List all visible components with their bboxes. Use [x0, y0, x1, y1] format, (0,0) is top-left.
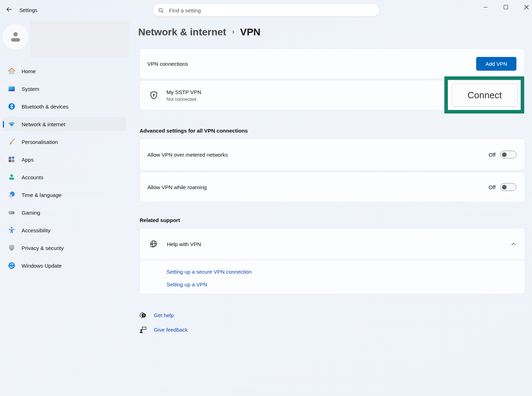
sidebar-item-system[interactable]: System: [3, 82, 126, 96]
vpn-connections-label: VPN connections: [147, 61, 188, 67]
give-feedback-row: Give feedback: [139, 325, 188, 334]
vpn-shield-icon: [149, 91, 159, 100]
minimize-icon: [484, 7, 487, 7]
get-help-icon: ?: [139, 311, 147, 319]
svg-text:?: ?: [143, 313, 145, 317]
sidebar-item-label: Apps: [22, 157, 34, 163]
sidebar-item-label: Home: [22, 68, 36, 74]
help-globe-icon: [149, 239, 158, 249]
time-language-icon: [8, 191, 16, 199]
maximize-icon: [504, 5, 508, 9]
sidebar-item-label: Privacy & security: [22, 245, 64, 251]
roaming-label: Allow VPN while roaming: [147, 184, 207, 190]
close-icon: [524, 5, 529, 10]
sidebar-item-label: Accessibility: [22, 227, 51, 233]
sidebar-item-label: Accounts: [22, 174, 43, 180]
give-feedback-icon: [139, 326, 147, 334]
metered-networks-card: Allow VPN over metered networks Off: [140, 139, 525, 170]
sidebar-item-label: Windows Update: [22, 263, 62, 269]
back-button[interactable]: [3, 4, 15, 16]
sidebar-item-gaming[interactable]: Gaming: [3, 205, 126, 220]
privacy-shield-icon: [8, 244, 16, 252]
search-box[interactable]: [153, 4, 380, 17]
settings-window: Settings Home System Bluetooth & devices: [0, 0, 532, 396]
metered-networks-toggle[interactable]: [500, 151, 516, 158]
sidebar-item-windows-update[interactable]: Windows Update: [3, 258, 126, 273]
sidebar-item-apps[interactable]: Apps: [3, 152, 126, 167]
toggle-knob: [502, 152, 507, 157]
sidebar-item-network-internet[interactable]: Network & internet: [3, 117, 126, 131]
home-icon: [8, 67, 16, 75]
accounts-icon: [8, 173, 16, 181]
roaming-toggle[interactable]: [500, 183, 516, 191]
breadcrumb-chevron-icon: ›: [232, 27, 234, 37]
vpn-connections-card: VPN connections Add VPN: [140, 48, 525, 79]
sidebar-item-label: Bluetooth & devices: [22, 104, 69, 110]
maximize-button[interactable]: [498, 0, 514, 14]
get-help-link[interactable]: Get help: [154, 312, 174, 318]
sidebar-item-time-language[interactable]: Time & language: [3, 188, 126, 202]
network-icon: [8, 120, 16, 128]
close-button[interactable]: [518, 0, 532, 14]
page-title: VPN: [240, 27, 261, 38]
sidebar-item-label: System: [22, 86, 39, 92]
minimize-button[interactable]: [477, 0, 493, 14]
vpn-entry-status: Not connected: [166, 97, 201, 102]
give-feedback-link[interactable]: Give feedback: [154, 327, 188, 333]
apps-icon: [8, 156, 16, 163]
search-input[interactable]: [168, 7, 374, 14]
breadcrumb: Network & internet › VPN: [138, 25, 261, 40]
app-title: Settings: [19, 7, 37, 13]
sidebar-item-accessibility[interactable]: Accessibility: [3, 223, 126, 237]
connect-button[interactable]: Connect: [452, 83, 518, 107]
roaming-card: Allow VPN while roaming Off: [140, 172, 525, 202]
add-vpn-button[interactable]: Add VPN: [476, 57, 516, 71]
titlebar: Settings: [0, 0, 532, 20]
get-help-row: ? Get help: [139, 311, 174, 319]
metered-networks-label: Allow VPN over metered networks: [147, 152, 228, 158]
link-setting-up-secure-vpn[interactable]: Setting up a secure VPN connection: [166, 268, 252, 275]
sidebar-item-privacy-security[interactable]: Privacy & security: [3, 241, 126, 255]
personalisation-icon: [8, 138, 16, 146]
toggle-knob: [502, 185, 507, 190]
gaming-icon: [8, 209, 16, 216]
bluetooth-icon: [8, 103, 16, 110]
sidebar-item-label: Time & language: [22, 192, 62, 198]
system-icon: [8, 85, 16, 93]
vpn-entry-name: My SSTP VPN: [166, 89, 201, 95]
accessibility-icon: [8, 226, 16, 234]
sidebar-item-label: Personalisation: [22, 139, 58, 145]
windows-update-icon: [8, 262, 16, 269]
toggle-state-label: Off: [489, 184, 496, 190]
back-arrow-icon: [6, 6, 12, 14]
sidebar-item-label: Network & internet: [22, 121, 65, 127]
sidebar-item-personalisation[interactable]: Personalisation: [3, 135, 126, 149]
search-icon: [158, 7, 164, 13]
breadcrumb-parent[interactable]: Network & internet: [138, 27, 226, 38]
account-name-placeholder: [30, 21, 129, 58]
related-support-card: Help with VPN Setting up a secure VPN co…: [140, 228, 525, 294]
toggle-state-label: Off: [489, 152, 496, 158]
advanced-settings-heading: Advanced settings for all VPN connection…: [140, 128, 248, 134]
help-with-vpn-expander[interactable]: Help with VPN: [140, 228, 525, 260]
link-setting-up-vpn[interactable]: Setting up a VPN: [166, 281, 207, 288]
sidebar-item-accounts[interactable]: Accounts: [3, 170, 126, 184]
user-avatar[interactable]: [3, 24, 28, 50]
sidebar-item-label: Gaming: [22, 210, 40, 216]
person-icon: [8, 29, 23, 44]
chevron-up-icon: [511, 241, 516, 247]
related-support-heading: Related support: [140, 217, 180, 223]
help-with-vpn-label: Help with VPN: [167, 241, 201, 247]
selected-accent-bar: [3, 121, 4, 128]
sidebar-item-home[interactable]: Home: [3, 64, 126, 78]
sidebar-item-bluetooth-devices[interactable]: Bluetooth & devices: [3, 99, 126, 113]
